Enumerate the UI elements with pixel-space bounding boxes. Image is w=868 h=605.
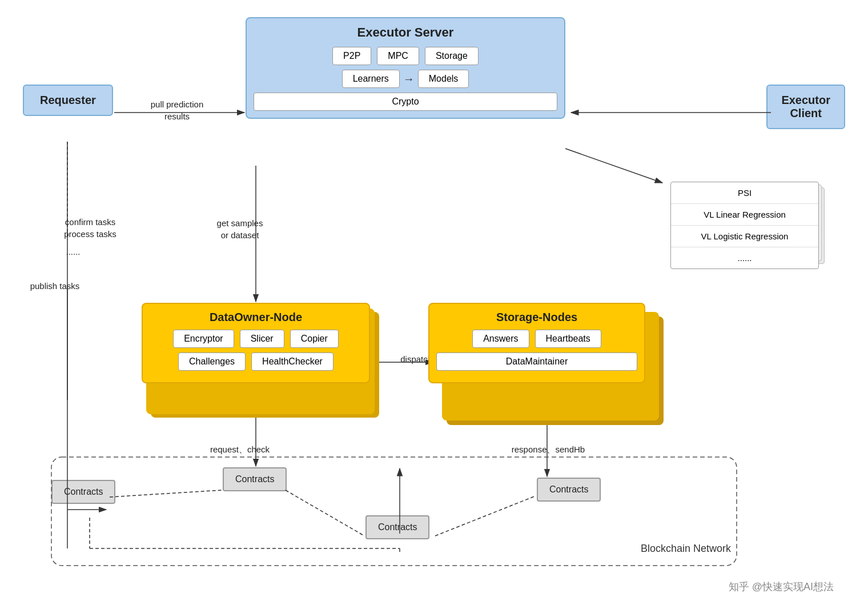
learners-box: Learners: [342, 70, 400, 88]
datamaintainer-box: DataMaintainer: [436, 352, 637, 371]
executor-server-title: Executor Server: [254, 25, 557, 40]
watermark: 知乎 @快速实现AI想法: [729, 580, 834, 594]
dataowner-node-box: DataOwner-Node Encryptor Slicer Copier C…: [142, 303, 370, 383]
contracts-label-2: Contracts: [223, 467, 287, 491]
requester-label: Requester: [40, 94, 96, 106]
get-samples-label: get samplesor dataset: [194, 217, 286, 241]
svg-line-15: [286, 490, 364, 536]
dots1-label: ......: [56, 246, 90, 258]
executor-server-box: Executor Server P2P MPC Storage Learners…: [246, 17, 565, 119]
vl-logistic-item: VL Logistic Regression: [671, 226, 818, 247]
contracts-box-3: Contracts: [365, 515, 429, 539]
storage-nodes-title: Storage-Nodes: [436, 311, 637, 324]
executor-client-box: ExecutorClient: [766, 85, 845, 129]
storage-nodes-box: Storage-Nodes Answers Heartbeats DataMai…: [428, 303, 645, 383]
vl-linear-item: VL Linear Regression: [671, 204, 818, 226]
dataowner-title: DataOwner-Node: [150, 311, 362, 324]
executor-server-row1: P2P MPC Storage: [254, 47, 557, 65]
learners-stacked: Learners: [342, 70, 400, 88]
heartbeats-box: Heartbeats: [535, 330, 601, 348]
response-sendhb-label: response、sendHb: [497, 443, 600, 455]
confirm-tasks-label: confirm tasksprocess tasks: [45, 216, 136, 240]
copier-box: Copier: [290, 330, 339, 348]
models-box: Models: [418, 70, 469, 88]
svg-line-14: [110, 490, 222, 497]
publish-tasks-label: publish tasks: [21, 280, 89, 292]
contracts-label-3: Contracts: [365, 515, 429, 539]
executor-client-label: ExecutorClient: [781, 94, 830, 119]
contracts-box-1: Contracts: [51, 480, 115, 504]
dataowner-row1: Encryptor Slicer Copier: [150, 330, 362, 348]
crypto-box: Crypto: [254, 93, 557, 111]
learners-models-row: Learners → Models: [254, 70, 557, 88]
storage-row1: Answers Heartbeats: [436, 330, 637, 348]
contracts-box-4: Contracts: [537, 478, 601, 502]
svg-line-17: [435, 496, 536, 536]
learners-to-models-arrow: →: [403, 73, 415, 86]
healthchecker-box: HealthChecker: [251, 352, 333, 371]
request-check-label: request、check: [194, 443, 286, 455]
storage-box: Storage: [425, 47, 479, 65]
dataowner-row2: Challenges HealthChecker: [150, 352, 362, 371]
svg-rect-13: [51, 457, 737, 566]
svg-line-4: [565, 149, 662, 183]
contracts-box-2: Contracts: [223, 467, 287, 491]
requester-box: Requester: [23, 85, 113, 116]
models-stacked: Models: [418, 70, 469, 88]
contracts-label-4: Contracts: [537, 478, 601, 502]
slicer-box: Slicer: [240, 330, 284, 348]
encryptor-box: Encryptor: [173, 330, 234, 348]
contracts-label-1: Contracts: [51, 480, 115, 504]
pull-prediction-label: pull predictionresults: [126, 98, 228, 122]
models-panel: PSI VL VL ... PSI VL VL ... PSI VL Linea…: [670, 182, 819, 269]
storage-row2: DataMaintainer: [436, 352, 637, 371]
mpc-box: MPC: [377, 47, 419, 65]
models-more-item: ......: [671, 247, 818, 269]
answers-box: Answers: [472, 330, 529, 348]
challenges-box: Challenges: [178, 352, 246, 371]
blockchain-label: Blockchain Network: [641, 543, 731, 555]
psi-item: PSI: [671, 182, 818, 204]
p2p-box: P2P: [332, 47, 371, 65]
